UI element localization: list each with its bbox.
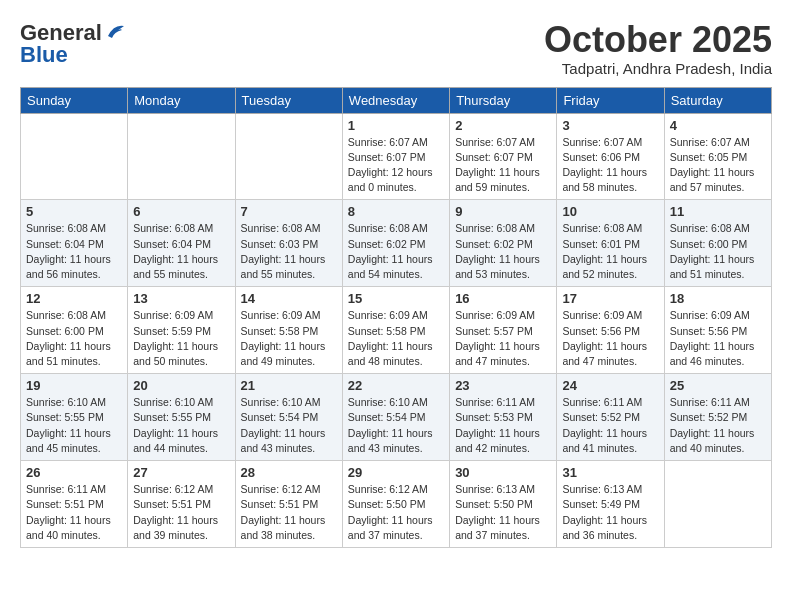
day-info: Sunrise: 6:09 AM Sunset: 5:57 PM Dayligh…: [455, 308, 551, 369]
logo: General Blue: [20, 20, 126, 68]
col-header-saturday: Saturday: [664, 87, 771, 113]
calendar-cell: 5Sunrise: 6:08 AM Sunset: 6:04 PM Daylig…: [21, 200, 128, 287]
day-number: 23: [455, 378, 551, 393]
day-number: 13: [133, 291, 229, 306]
calendar-cell: 11Sunrise: 6:08 AM Sunset: 6:00 PM Dayli…: [664, 200, 771, 287]
col-header-wednesday: Wednesday: [342, 87, 449, 113]
calendar-cell: 25Sunrise: 6:11 AM Sunset: 5:52 PM Dayli…: [664, 374, 771, 461]
calendar-cell: 3Sunrise: 6:07 AM Sunset: 6:06 PM Daylig…: [557, 113, 664, 200]
day-number: 22: [348, 378, 444, 393]
day-number: 27: [133, 465, 229, 480]
calendar-cell: [664, 461, 771, 548]
day-info: Sunrise: 6:07 AM Sunset: 6:06 PM Dayligh…: [562, 135, 658, 196]
calendar-cell: 31Sunrise: 6:13 AM Sunset: 5:49 PM Dayli…: [557, 461, 664, 548]
calendar-cell: 27Sunrise: 6:12 AM Sunset: 5:51 PM Dayli…: [128, 461, 235, 548]
calendar-cell: 8Sunrise: 6:08 AM Sunset: 6:02 PM Daylig…: [342, 200, 449, 287]
calendar-week-row: 5Sunrise: 6:08 AM Sunset: 6:04 PM Daylig…: [21, 200, 772, 287]
day-info: Sunrise: 6:09 AM Sunset: 5:59 PM Dayligh…: [133, 308, 229, 369]
calendar-cell: 4Sunrise: 6:07 AM Sunset: 6:05 PM Daylig…: [664, 113, 771, 200]
day-number: 30: [455, 465, 551, 480]
day-number: 5: [26, 204, 122, 219]
calendar-week-row: 12Sunrise: 6:08 AM Sunset: 6:00 PM Dayli…: [21, 287, 772, 374]
day-number: 7: [241, 204, 337, 219]
day-number: 20: [133, 378, 229, 393]
calendar-cell: 21Sunrise: 6:10 AM Sunset: 5:54 PM Dayli…: [235, 374, 342, 461]
calendar-cell: 28Sunrise: 6:12 AM Sunset: 5:51 PM Dayli…: [235, 461, 342, 548]
calendar-cell: 17Sunrise: 6:09 AM Sunset: 5:56 PM Dayli…: [557, 287, 664, 374]
calendar-table: SundayMondayTuesdayWednesdayThursdayFrid…: [20, 87, 772, 548]
month-title: October 2025: [544, 20, 772, 60]
day-info: Sunrise: 6:10 AM Sunset: 5:54 PM Dayligh…: [241, 395, 337, 456]
calendar-cell: 7Sunrise: 6:08 AM Sunset: 6:03 PM Daylig…: [235, 200, 342, 287]
calendar-cell: 23Sunrise: 6:11 AM Sunset: 5:53 PM Dayli…: [450, 374, 557, 461]
day-number: 3: [562, 118, 658, 133]
day-info: Sunrise: 6:08 AM Sunset: 6:02 PM Dayligh…: [348, 221, 444, 282]
day-info: Sunrise: 6:13 AM Sunset: 5:49 PM Dayligh…: [562, 482, 658, 543]
day-info: Sunrise: 6:07 AM Sunset: 6:05 PM Dayligh…: [670, 135, 766, 196]
day-info: Sunrise: 6:07 AM Sunset: 6:07 PM Dayligh…: [455, 135, 551, 196]
calendar-cell: 1Sunrise: 6:07 AM Sunset: 6:07 PM Daylig…: [342, 113, 449, 200]
day-info: Sunrise: 6:10 AM Sunset: 5:55 PM Dayligh…: [26, 395, 122, 456]
calendar-cell: [235, 113, 342, 200]
day-info: Sunrise: 6:11 AM Sunset: 5:53 PM Dayligh…: [455, 395, 551, 456]
day-info: Sunrise: 6:08 AM Sunset: 6:04 PM Dayligh…: [26, 221, 122, 282]
day-number: 31: [562, 465, 658, 480]
day-number: 24: [562, 378, 658, 393]
col-header-sunday: Sunday: [21, 87, 128, 113]
day-number: 2: [455, 118, 551, 133]
logo-blue: Blue: [20, 42, 68, 68]
calendar-cell: 22Sunrise: 6:10 AM Sunset: 5:54 PM Dayli…: [342, 374, 449, 461]
calendar-cell: 19Sunrise: 6:10 AM Sunset: 5:55 PM Dayli…: [21, 374, 128, 461]
day-number: 10: [562, 204, 658, 219]
day-number: 16: [455, 291, 551, 306]
day-number: 8: [348, 204, 444, 219]
day-info: Sunrise: 6:13 AM Sunset: 5:50 PM Dayligh…: [455, 482, 551, 543]
day-number: 29: [348, 465, 444, 480]
logo-bird-icon: [104, 22, 126, 40]
page-header: General Blue October 2025 Tadpatri, Andh…: [20, 20, 772, 77]
day-info: Sunrise: 6:12 AM Sunset: 5:51 PM Dayligh…: [133, 482, 229, 543]
day-info: Sunrise: 6:10 AM Sunset: 5:54 PM Dayligh…: [348, 395, 444, 456]
day-info: Sunrise: 6:08 AM Sunset: 6:00 PM Dayligh…: [670, 221, 766, 282]
day-info: Sunrise: 6:09 AM Sunset: 5:58 PM Dayligh…: [241, 308, 337, 369]
day-info: Sunrise: 6:07 AM Sunset: 6:07 PM Dayligh…: [348, 135, 444, 196]
calendar-cell: 10Sunrise: 6:08 AM Sunset: 6:01 PM Dayli…: [557, 200, 664, 287]
calendar-week-row: 26Sunrise: 6:11 AM Sunset: 5:51 PM Dayli…: [21, 461, 772, 548]
calendar-week-row: 1Sunrise: 6:07 AM Sunset: 6:07 PM Daylig…: [21, 113, 772, 200]
day-number: 18: [670, 291, 766, 306]
calendar-cell: 12Sunrise: 6:08 AM Sunset: 6:00 PM Dayli…: [21, 287, 128, 374]
day-info: Sunrise: 6:10 AM Sunset: 5:55 PM Dayligh…: [133, 395, 229, 456]
calendar-cell: 6Sunrise: 6:08 AM Sunset: 6:04 PM Daylig…: [128, 200, 235, 287]
day-info: Sunrise: 6:08 AM Sunset: 6:00 PM Dayligh…: [26, 308, 122, 369]
col-header-friday: Friday: [557, 87, 664, 113]
day-number: 17: [562, 291, 658, 306]
day-info: Sunrise: 6:08 AM Sunset: 6:04 PM Dayligh…: [133, 221, 229, 282]
day-number: 15: [348, 291, 444, 306]
calendar-cell: 20Sunrise: 6:10 AM Sunset: 5:55 PM Dayli…: [128, 374, 235, 461]
day-info: Sunrise: 6:09 AM Sunset: 5:58 PM Dayligh…: [348, 308, 444, 369]
calendar-cell: 14Sunrise: 6:09 AM Sunset: 5:58 PM Dayli…: [235, 287, 342, 374]
calendar-cell: 15Sunrise: 6:09 AM Sunset: 5:58 PM Dayli…: [342, 287, 449, 374]
day-number: 26: [26, 465, 122, 480]
day-info: Sunrise: 6:11 AM Sunset: 5:52 PM Dayligh…: [562, 395, 658, 456]
day-info: Sunrise: 6:11 AM Sunset: 5:51 PM Dayligh…: [26, 482, 122, 543]
day-number: 14: [241, 291, 337, 306]
calendar-week-row: 19Sunrise: 6:10 AM Sunset: 5:55 PM Dayli…: [21, 374, 772, 461]
day-number: 19: [26, 378, 122, 393]
col-header-monday: Monday: [128, 87, 235, 113]
calendar-cell: 2Sunrise: 6:07 AM Sunset: 6:07 PM Daylig…: [450, 113, 557, 200]
calendar-cell: [21, 113, 128, 200]
calendar-cell: 9Sunrise: 6:08 AM Sunset: 6:02 PM Daylig…: [450, 200, 557, 287]
day-info: Sunrise: 6:08 AM Sunset: 6:02 PM Dayligh…: [455, 221, 551, 282]
col-header-tuesday: Tuesday: [235, 87, 342, 113]
location: Tadpatri, Andhra Pradesh, India: [544, 60, 772, 77]
day-number: 1: [348, 118, 444, 133]
calendar-cell: 16Sunrise: 6:09 AM Sunset: 5:57 PM Dayli…: [450, 287, 557, 374]
day-info: Sunrise: 6:08 AM Sunset: 6:01 PM Dayligh…: [562, 221, 658, 282]
calendar-cell: [128, 113, 235, 200]
calendar-cell: 26Sunrise: 6:11 AM Sunset: 5:51 PM Dayli…: [21, 461, 128, 548]
day-number: 28: [241, 465, 337, 480]
calendar-cell: 13Sunrise: 6:09 AM Sunset: 5:59 PM Dayli…: [128, 287, 235, 374]
calendar-cell: 29Sunrise: 6:12 AM Sunset: 5:50 PM Dayli…: [342, 461, 449, 548]
calendar-cell: 18Sunrise: 6:09 AM Sunset: 5:56 PM Dayli…: [664, 287, 771, 374]
